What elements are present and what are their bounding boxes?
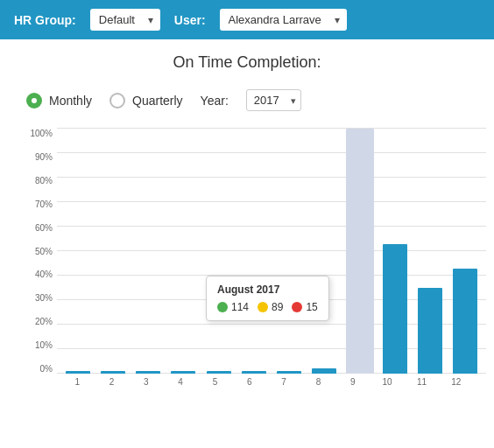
x-axis-label: 8 <box>302 377 334 387</box>
x-axis-label: 6 <box>234 377 265 387</box>
year-select[interactable]: 2017 2016 2018 <box>246 89 301 111</box>
chart-bar[interactable] <box>277 371 301 374</box>
x-axis-label: 4 <box>165 377 196 387</box>
bar-column <box>378 129 411 374</box>
y-axis-label: 70% <box>18 200 53 209</box>
y-axis-label: 100% <box>18 129 53 138</box>
x-axis-label: 1 <box>61 377 93 387</box>
y-axis: 0%10%20%30%40%50%60%70%80%90%100% <box>18 129 53 374</box>
main-content: On Time Completion: Monthly Quarterly Ye… <box>0 39 494 427</box>
x-axis: 123456789101112 <box>57 377 476 387</box>
tooltip-value: 89 <box>272 301 283 313</box>
bar-column <box>167 129 200 374</box>
y-axis-label: 40% <box>18 270 53 279</box>
bar-column <box>132 129 165 374</box>
x-axis-label: 11 <box>406 377 437 387</box>
hr-group-select[interactable]: Default <box>90 9 160 31</box>
header: HR Group: Default User: Alexandra Larrav… <box>0 0 494 39</box>
chart-bar[interactable] <box>242 371 266 374</box>
y-axis-label: 90% <box>18 152 53 162</box>
bar-column <box>414 129 447 374</box>
chart-bar[interactable] <box>383 244 407 374</box>
quarterly-label: Quarterly <box>132 94 183 108</box>
tooltip-item: 89 <box>258 301 283 313</box>
chart-bar[interactable] <box>312 368 336 374</box>
user-label: User: <box>174 13 206 27</box>
bar-column <box>96 129 129 374</box>
bar-column <box>449 129 482 374</box>
y-axis-label: 10% <box>18 340 53 350</box>
chart-bar[interactable] <box>346 129 374 374</box>
chart-bar[interactable] <box>66 371 90 374</box>
monthly-radio-circle[interactable] <box>26 93 42 108</box>
chart-bar[interactable] <box>207 371 231 374</box>
tooltip-value: 15 <box>306 301 317 313</box>
y-axis-label: 30% <box>18 293 53 303</box>
chart-bar[interactable] <box>418 288 442 374</box>
user-select[interactable]: Alexandra Larrave <box>220 9 347 31</box>
monthly-label: Monthly <box>49 94 92 108</box>
hr-group-select-wrapper[interactable]: Default <box>90 9 160 31</box>
chart-canvas: August 2017 1148915 <box>57 129 486 374</box>
y-axis-label: 20% <box>18 317 53 326</box>
x-axis-label: 5 <box>199 377 230 387</box>
user-select-wrapper[interactable]: Alexandra Larrave <box>220 9 347 31</box>
bars-container <box>57 129 486 374</box>
page-title: On Time Completion: <box>18 53 476 72</box>
x-axis-label: 9 <box>337 377 369 387</box>
monthly-radio[interactable]: Monthly <box>26 93 92 108</box>
tooltip-dot <box>258 302 268 312</box>
tooltip-dot <box>217 302 228 312</box>
tooltip-dot <box>292 302 302 312</box>
hr-group-label: HR Group: <box>14 13 76 27</box>
x-axis-label: 3 <box>131 377 162 387</box>
year-select-wrapper[interactable]: 2017 2016 2018 <box>246 89 301 111</box>
x-axis-label: 7 <box>268 377 300 387</box>
y-axis-label: 0% <box>18 364 53 374</box>
chart-bar[interactable] <box>171 371 195 374</box>
bar-column <box>343 129 376 374</box>
tooltip-item: 15 <box>292 301 317 313</box>
x-axis-label: 10 <box>371 377 403 387</box>
tooltip-item: 114 <box>217 301 249 313</box>
year-label: Year: <box>201 94 229 108</box>
bar-column <box>61 129 94 374</box>
quarterly-radio[interactable]: Quarterly <box>109 93 183 108</box>
quarterly-radio-circle[interactable] <box>109 93 125 108</box>
tooltip-value: 114 <box>231 301 249 313</box>
y-axis-label: 50% <box>18 247 53 256</box>
y-axis-label: 80% <box>18 176 53 186</box>
bar-column <box>308 129 341 374</box>
bar-column <box>273 129 306 374</box>
y-axis-label: 60% <box>18 223 53 233</box>
chart-tooltip: August 2017 1148915 <box>206 276 329 321</box>
chart-bar[interactable] <box>136 371 160 374</box>
bar-column <box>202 129 235 374</box>
chart-controls: Monthly Quarterly Year: 2017 2016 2018 <box>18 89 476 111</box>
chart-area: 0%10%20%30%40%50%60%70%80%90%100% August… <box>18 129 476 413</box>
x-axis-label: 12 <box>441 377 472 387</box>
chart-bar[interactable] <box>101 371 125 374</box>
tooltip-items: 1148915 <box>217 301 318 313</box>
x-axis-label: 2 <box>95 377 127 387</box>
chart-bar[interactable] <box>453 269 477 374</box>
tooltip-title: August 2017 <box>217 284 318 296</box>
bar-column <box>237 129 270 374</box>
